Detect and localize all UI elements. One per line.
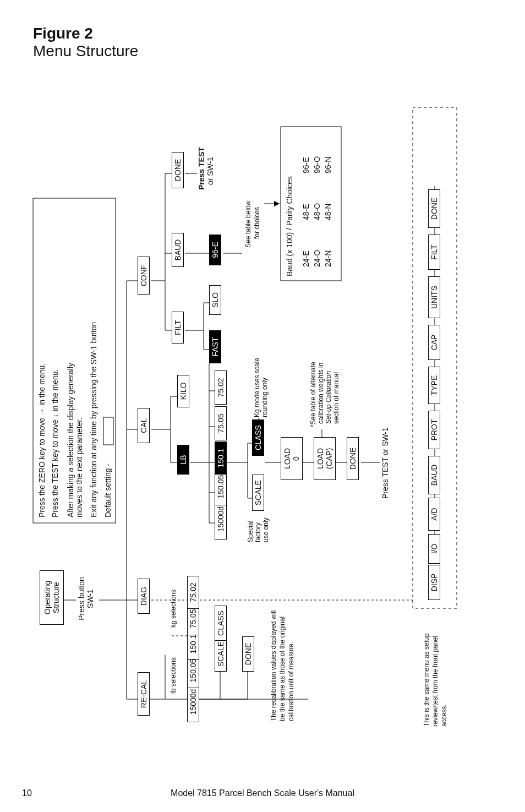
cal-box: CAL: [138, 408, 150, 443]
t31: 24-N: [324, 250, 332, 267]
cal-150-1: 150.1: [215, 442, 227, 475]
conf-done: DONE: [172, 152, 184, 188]
kg-selections: kg selections: [169, 590, 177, 628]
recal-75-02: 75.02: [187, 576, 199, 609]
legend-after2: moves to the next parameter.: [75, 418, 84, 517]
b-filt: FILT: [428, 235, 440, 270]
b-prot: PROT: [428, 411, 440, 449]
cal-lb: LB: [177, 445, 189, 475]
cal-load0: LOAD 0: [281, 437, 303, 480]
recal-note3: calibration unit of measure.: [287, 642, 295, 721]
conf-fast: FAST: [209, 330, 221, 363]
recal-note1: The recalibration values displayed will: [270, 611, 277, 721]
recal-note2: be the same as those of the original: [278, 617, 286, 721]
recal-scale: SCALE: [215, 636, 227, 672]
conf-pressB: or SW-1: [206, 157, 215, 185]
b-disp: DISP: [428, 565, 440, 600]
conf-slo: SLO: [209, 285, 221, 315]
press-sw1: SW-1: [86, 573, 95, 625]
conf-baud: BAUD: [172, 233, 184, 267]
legend-after1: After making a selection the display gen…: [66, 363, 75, 517]
t32: 48-N: [324, 204, 332, 220]
b-ad: A/D: [428, 498, 440, 531]
recal-done: DONE: [242, 636, 254, 672]
cal-spec3: use only: [262, 517, 270, 542]
t33: 96-N: [324, 157, 332, 173]
cal-75-02: 75.02: [215, 370, 227, 405]
t11: 24-E: [302, 250, 310, 267]
conf-box: CONF: [138, 257, 150, 295]
b-io: I/O: [428, 534, 440, 564]
cal-loadcap-b: (CAP): [325, 448, 333, 469]
lb-selections: lb selections: [169, 657, 177, 694]
t13: 96-E: [302, 157, 310, 173]
figure-title: Figure 2 Menu Structure: [33, 25, 138, 60]
bottom-note3: access.: [440, 704, 448, 727]
t22: 48-O: [313, 203, 321, 220]
conf-filt: FILT: [172, 312, 184, 344]
t21: 24-O: [313, 250, 321, 267]
cal-star4: section of manual: [332, 372, 340, 424]
page-footer: Model 7815 Parcel Bench Scale User's Man…: [0, 788, 525, 798]
recal-box: RE-CAL: [138, 672, 150, 716]
operating-structure-box: Operating Structure: [40, 570, 64, 625]
figure-name: Menu Structure: [33, 42, 138, 60]
cal-75-05: 75.05: [215, 406, 227, 440]
b-baud: BAUD: [428, 456, 440, 494]
see1: See table below: [244, 201, 252, 248]
cal-load0-b: 0: [292, 456, 300, 461]
b-done: DONE: [428, 189, 440, 228]
svg-marker-55: [274, 201, 280, 206]
bottom-note1: This is the same menu as setup: [423, 634, 430, 727]
b-cap: CAP: [428, 325, 440, 360]
menu-structure-diagram: Press the ZERO key to move → in the menu…: [28, 83, 495, 760]
cal-load0-a: LOAD: [283, 448, 292, 469]
figure-number: Figure 2: [33, 25, 138, 42]
b-units: UNITS: [428, 276, 440, 318]
see2: for choices: [253, 207, 261, 239]
structure: Structure: [52, 582, 61, 613]
recal-class: CLASS: [215, 606, 227, 641]
bottom-note2: review/test from the front panel: [431, 636, 439, 727]
tbl-head: Baud (x 100) / Parity Choices: [285, 176, 294, 276]
cal-loadcap: LOAD (CAP): [314, 437, 336, 480]
b-type: TYPE: [428, 367, 440, 404]
cal-end: Press TEST or SW-1: [381, 427, 390, 499]
press-button: Press button: [77, 573, 86, 625]
cal-spec2: factory: [254, 522, 262, 542]
conf-96e: 96-E: [209, 235, 221, 265]
cal-kgnote1: Kg mode uses scale: [253, 358, 261, 417]
legend-test: Press the TEST key to move ↓ in the menu…: [51, 369, 59, 518]
operating: Operating: [43, 581, 52, 614]
svg-rect-1: [103, 417, 113, 445]
legend-exit: Exit any function at any time by pressin…: [89, 322, 98, 517]
cal-loadcap-a: LOAD: [316, 448, 325, 469]
t12: 48-E: [302, 204, 310, 220]
cal-star3: Set-up Calibration: [325, 371, 332, 424]
legend-default: Default setting -: [103, 464, 112, 517]
cal-scale: SCALE: [252, 475, 264, 511]
diag-box: DIAG: [138, 579, 150, 614]
t23: 96-O: [313, 156, 321, 173]
conf-pressA: Press TEST: [197, 147, 206, 190]
cal-kgnote2: rounding only: [261, 378, 269, 417]
cal-star2: calibration weights in: [317, 363, 325, 424]
cal-star1: *See table of alternate: [309, 362, 317, 427]
cal-spec1: Special: [247, 521, 254, 542]
cal-class: CLASS: [252, 419, 264, 456]
cal-done: DONE: [347, 437, 359, 480]
legend-zero: Press the ZERO key to move → in the menu…: [37, 363, 46, 517]
cal-kilo: KILO: [177, 375, 189, 407]
